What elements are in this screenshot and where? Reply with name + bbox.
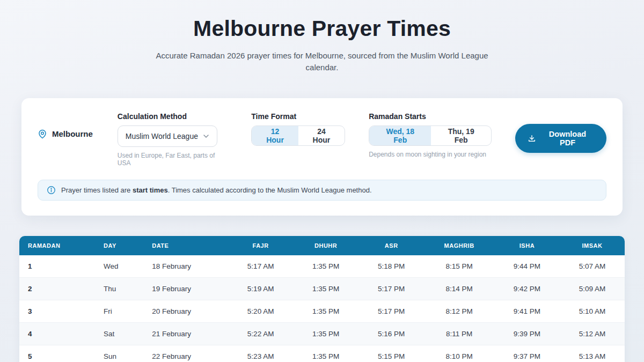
- info-banner: Prayer times listed are start times. Tim…: [38, 180, 606, 201]
- calculation-method-select[interactable]: Muslim World League: [118, 125, 217, 147]
- info-banner-text: Prayer times listed are start times. Tim…: [61, 186, 372, 194]
- prayer-times-table: RAMADANDAYDATEFAJRDHUHRASRMAGHRIBISHAIMS…: [19, 236, 625, 362]
- table-header-row: RAMADANDAYDATEFAJRDHUHRASRMAGHRIBISHAIMS…: [19, 236, 625, 255]
- table-row: 5Sun22 February5:23 AM1:35 PM5:15 PM8:10…: [19, 345, 625, 362]
- cell-maghrib: 8:11 PM: [424, 322, 494, 345]
- cell-dhuhr: 1:35 PM: [293, 255, 358, 278]
- cell-maghrib: 8:12 PM: [424, 300, 494, 322]
- column-header-asr: ASR: [358, 236, 424, 255]
- column-header-day: DAY: [95, 236, 143, 255]
- cell-ramadan: 4: [19, 322, 95, 345]
- page-title: Melbourne Prayer Times: [0, 16, 644, 41]
- page-header: Melbourne Prayer Times Accurate Ramadan …: [0, 0, 644, 73]
- cell-day: Sat: [95, 322, 143, 345]
- table-row: 3Fri20 February5:20 AM1:35 PM5:17 PM8:12…: [19, 300, 625, 322]
- location: Melbourne: [38, 129, 93, 139]
- cell-maghrib: 8:10 PM: [424, 345, 494, 362]
- cell-ramadan: 3: [19, 300, 95, 322]
- calculation-method-label: Calculation Method: [118, 112, 228, 121]
- cell-date: 18 February: [143, 255, 228, 278]
- column-header-imsak: IMSAK: [560, 236, 625, 255]
- calculation-method-group: Calculation Method Muslim World League U…: [118, 112, 228, 167]
- download-icon: [528, 134, 536, 143]
- ramadan-starts-option-wed-18-feb[interactable]: Wed, 18 Feb: [369, 126, 431, 145]
- cell-date: 19 February: [143, 277, 228, 300]
- cell-fajr: 5:23 AM: [228, 345, 293, 362]
- column-header-dhuhr: DHUHR: [293, 236, 358, 255]
- time-format-toggle: 12 Hour 24 Hour: [251, 125, 345, 146]
- calculation-method-helper: Used in Europe, Far East, parts of USA: [118, 152, 228, 167]
- ramadan-starts-toggle: Wed, 18 Feb Thu, 19 Feb: [369, 125, 492, 146]
- cell-asr: 5:18 PM: [358, 255, 424, 278]
- cell-maghrib: 8:15 PM: [424, 255, 494, 278]
- download-pdf-button[interactable]: Download PDF: [515, 124, 606, 153]
- cell-day: Wed: [95, 255, 143, 278]
- cell-date: 22 February: [143, 345, 228, 362]
- table-row: 2Thu19 February5:19 AM1:35 PM5:17 PM8:14…: [19, 277, 625, 300]
- column-header-ramadan: RAMADAN: [19, 236, 95, 255]
- cell-asr: 5:17 PM: [358, 277, 424, 300]
- cell-imsak: 5:13 AM: [560, 345, 625, 362]
- ramadan-starts-option-thu-19-feb[interactable]: Thu, 19 Feb: [431, 126, 491, 145]
- calculation-method-value: Muslim World League: [126, 132, 198, 141]
- cell-fajr: 5:20 AM: [228, 300, 293, 322]
- cell-ramadan: 2: [19, 277, 95, 300]
- cell-date: 20 February: [143, 300, 228, 322]
- cell-fajr: 5:17 AM: [228, 255, 293, 278]
- column-header-maghrib: MAGHRIB: [424, 236, 494, 255]
- cell-isha: 9:42 PM: [494, 277, 560, 300]
- time-format-option-24-hour[interactable]: 24 Hour: [298, 126, 345, 145]
- column-header-isha: ISHA: [494, 236, 560, 255]
- time-format-label: Time Format: [251, 112, 345, 121]
- cell-asr: 5:15 PM: [358, 345, 424, 362]
- cell-asr: 5:16 PM: [358, 322, 424, 345]
- location-pin-icon: [38, 129, 47, 139]
- cell-imsak: 5:09 AM: [560, 277, 625, 300]
- cell-dhuhr: 1:35 PM: [293, 277, 358, 300]
- chevron-down-icon: [202, 132, 210, 141]
- controls-card: Melbourne Calculation Method Muslim Worl…: [21, 98, 623, 216]
- cell-isha: 9:39 PM: [494, 322, 560, 345]
- cell-ramadan: 5: [19, 345, 95, 362]
- cell-isha: 9:44 PM: [494, 255, 560, 278]
- ramadan-starts-label: Ramadan Starts: [369, 112, 492, 121]
- cell-fajr: 5:19 AM: [228, 277, 293, 300]
- info-icon: [47, 186, 56, 195]
- ramadan-starts-group: Ramadan Starts Wed, 18 Feb Thu, 19 Feb D…: [369, 112, 492, 158]
- cell-dhuhr: 1:35 PM: [293, 322, 358, 345]
- cell-isha: 9:37 PM: [494, 345, 560, 362]
- table-row: 1Wed18 February5:17 AM1:35 PM5:18 PM8:15…: [19, 255, 625, 278]
- cell-day: Sun: [95, 345, 143, 362]
- column-header-fajr: FAJR: [228, 236, 293, 255]
- table-body: 1Wed18 February5:17 AM1:35 PM5:18 PM8:15…: [19, 255, 625, 362]
- time-format-option-12-hour[interactable]: 12 Hour: [252, 126, 298, 145]
- cell-ramadan: 1: [19, 255, 95, 278]
- cell-day: Thu: [95, 277, 143, 300]
- ramadan-starts-helper: Depends on moon sighting in your region: [369, 151, 492, 158]
- cell-maghrib: 8:14 PM: [424, 277, 494, 300]
- column-header-date: DATE: [143, 236, 228, 255]
- location-name: Melbourne: [52, 129, 93, 138]
- cell-imsak: 5:12 AM: [560, 322, 625, 345]
- cell-imsak: 5:07 AM: [560, 255, 625, 278]
- cell-day: Fri: [95, 300, 143, 322]
- cell-imsak: 5:10 AM: [560, 300, 625, 322]
- cell-dhuhr: 1:35 PM: [293, 345, 358, 362]
- time-format-group: Time Format 12 Hour 24 Hour: [251, 112, 345, 146]
- cell-dhuhr: 1:35 PM: [293, 300, 358, 322]
- cell-asr: 5:17 PM: [358, 300, 424, 322]
- cell-date: 21 February: [143, 322, 228, 345]
- table-row: 4Sat21 February5:22 AM1:35 PM5:16 PM8:11…: [19, 322, 625, 345]
- page-subtitle: Accurate Ramadan 2026 prayer times for M…: [156, 50, 488, 73]
- cell-fajr: 5:22 AM: [228, 322, 293, 345]
- download-pdf-label: Download PDF: [541, 130, 594, 147]
- cell-isha: 9:41 PM: [494, 300, 560, 322]
